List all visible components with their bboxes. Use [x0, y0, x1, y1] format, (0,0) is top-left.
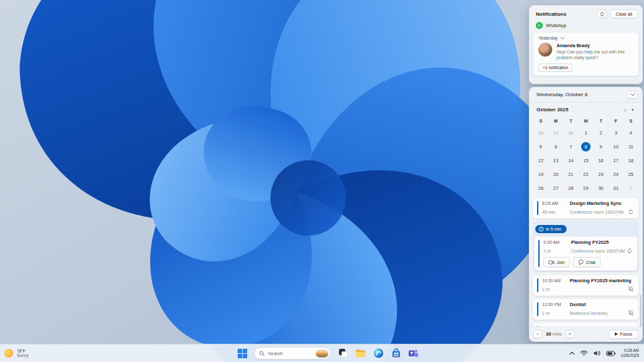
calendar-day[interactable]: 24 [608, 167, 623, 181]
whatsapp-icon [536, 22, 543, 29]
calendar-header: Wednesday, October 8 [530, 87, 642, 102]
notification-time-group[interactable]: Yesterday [538, 36, 633, 40]
widgets-button[interactable]: 78°F Sunny [4, 344, 28, 362]
notification-settings-button[interactable] [597, 9, 607, 18]
bing-daily-image[interactable] [316, 349, 328, 358]
calendar-day[interactable]: 27 [548, 181, 564, 195]
more-notifications-button[interactable]: +1 notification [538, 63, 572, 72]
focus-increase-button[interactable]: + [565, 330, 574, 338]
wifi-icon[interactable] [580, 350, 588, 356]
recurring-icon [626, 248, 633, 254]
notification-card[interactable]: Yesterday Amanda Brady Hey! Can you help… [533, 32, 639, 76]
notification-app-group[interactable]: WhatsApp [530, 21, 642, 31]
chat-button[interactable]: Chat [573, 257, 601, 267]
event-header-row: 10:30 AMPlanning FY2025 marketing [542, 278, 634, 283]
calendar-day[interactable]: 15 [579, 153, 594, 167]
event-location: Conference room 16537/AV [571, 249, 626, 253]
volume-icon[interactable] [593, 350, 601, 356]
calendar-day[interactable]: 30 [593, 181, 608, 195]
calendar-day[interactable]: 3 [608, 126, 623, 140]
focus-decrease-button[interactable]: − [533, 330, 542, 338]
calendar-day[interactable]: 28 [564, 181, 579, 195]
edge-button[interactable] [373, 348, 384, 359]
task-view-button[interactable] [338, 348, 348, 359]
events-list: 8:15 AMDesign Marketing Sync45 minConfer… [530, 195, 642, 341]
start-button[interactable] [238, 349, 247, 358]
event-accent-bar [537, 201, 539, 215]
teams-button[interactable] [408, 348, 419, 359]
calendar-day[interactable]: 14 [564, 153, 579, 167]
calendar-day[interactable]: 29 [579, 181, 594, 195]
event-card[interactable]: 8:15 AMDesign Marketing Sync45 minConfer… [533, 197, 639, 219]
calendar-day[interactable]: 16 [593, 153, 608, 167]
calendar-day[interactable]: 22 [579, 167, 594, 181]
calendar-day[interactable]: 1 [623, 181, 638, 195]
event-header-row: 12:00 PMDentist [542, 302, 634, 307]
clear-all-button[interactable]: Clear all [610, 9, 638, 18]
calendar-day[interactable]: 9 [593, 140, 608, 153]
event-duration: 45 min [542, 210, 570, 214]
calendar-prev-month-icon[interactable]: ▲ [621, 107, 629, 112]
calendar-day[interactable]: 13 [548, 153, 564, 167]
calendar-day[interactable]: 12 [533, 153, 548, 167]
calendar-day[interactable]: 21 [564, 167, 579, 181]
calendar-day[interactable]: 18 [623, 153, 638, 167]
event-accent-bar [537, 278, 539, 292]
file-explorer-button[interactable] [355, 348, 366, 359]
calendar-day[interactable]: 1 [579, 126, 594, 140]
tray-time: 9:28 AM [624, 348, 639, 353]
calendar-header-date: Wednesday, October 8 [536, 92, 627, 97]
weekday-label: T [593, 116, 608, 126]
calendar-day-selected[interactable]: 8 [579, 140, 594, 153]
calendar-day[interactable]: 11 [623, 140, 638, 153]
tray-date: 10/8/2025 [621, 353, 639, 358]
calendar-day[interactable]: 6 [548, 140, 564, 153]
calendar-day[interactable]: 25 [623, 167, 638, 181]
event-card[interactable]: 10:30 AMPlanning FY2025 marketing1 hr [533, 275, 639, 296]
search-icon [259, 351, 265, 356]
calendar-next-month-icon[interactable]: ▼ [629, 107, 636, 112]
calendar-month-row: October 2025 ▲ ▼ [530, 102, 642, 114]
event-card[interactable]: 9:30 AMPlanning FY20251 hrConference roo… [534, 236, 638, 271]
focus-start-button[interactable]: Focus [608, 330, 638, 339]
event-duration: 1 hr [542, 311, 570, 315]
calendar-day[interactable]: 20 [548, 167, 564, 181]
calendar-day[interactable]: 23 [593, 167, 608, 181]
calendar-grid: 2829301234567891011121314151617181920212… [530, 126, 642, 195]
event-detail-row: 45 minConference room 16537/AV [542, 209, 634, 215]
search-input[interactable]: Search [254, 347, 331, 359]
calendar-day[interactable]: 5 [533, 140, 548, 153]
notifications-title: Notifications [536, 11, 594, 17]
battery-icon[interactable] [606, 351, 616, 356]
calendar-day[interactable]: 4 [623, 126, 638, 140]
microsoft-store-button[interactable] [391, 348, 401, 359]
calendar-day[interactable]: 2 [593, 126, 608, 140]
calendar-day[interactable]: 30 [564, 126, 579, 140]
join-button[interactable]: Join [543, 257, 570, 267]
calendar-day[interactable]: 17 [608, 153, 623, 167]
calendar-collapse-button[interactable] [627, 90, 638, 99]
weekday-label: T [564, 116, 579, 126]
notification-sender: Amanda Brady [557, 43, 632, 48]
tray-overflow-button[interactable] [569, 351, 575, 355]
join-label: Join [557, 260, 565, 265]
focus-duration-unit: mins [552, 332, 562, 336]
calendar-day[interactable]: 29 [548, 126, 564, 140]
upcoming-badge-row: in 5 min [534, 222, 638, 236]
calendar-day[interactable]: 10 [608, 140, 623, 153]
event-card[interactable]: 12:00 PMDentist1 hrRedmond Dentistry [533, 299, 639, 320]
event-buttons-row: JoinChat [543, 257, 633, 267]
calendar-weekdays: SMTWTFS [530, 116, 642, 126]
event-title: Planning FY2025 [571, 239, 609, 245]
calendar-day[interactable]: 31 [608, 181, 623, 195]
clock[interactable]: 9:28 AM 10/8/2025 [621, 348, 639, 358]
calendar-day[interactable]: 19 [533, 167, 548, 181]
scrollbar-thumb[interactable] [640, 295, 641, 331]
calendar-day[interactable]: 28 [533, 126, 548, 140]
focus-duration-value: 30 [546, 331, 551, 337]
chevron-down-icon [560, 36, 565, 40]
event-accent-bar [538, 240, 540, 267]
calendar-day[interactable]: 26 [533, 181, 548, 195]
calendar-day[interactable]: 7 [564, 140, 579, 153]
notification-body: Amanda Brady Hey! Can you help me out wi… [538, 43, 633, 60]
